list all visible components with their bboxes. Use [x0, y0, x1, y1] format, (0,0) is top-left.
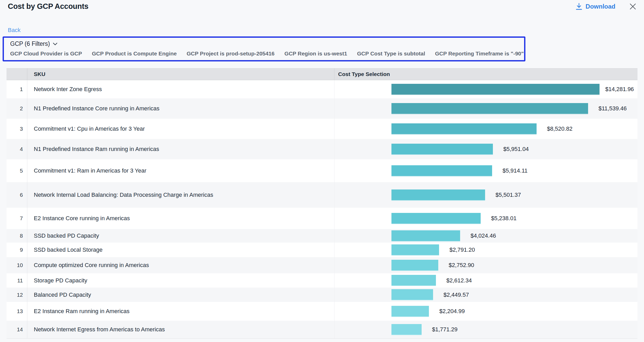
- cost-bar-cell: $5,914.11: [334, 159, 637, 182]
- row-index: 4: [7, 139, 27, 159]
- table-row[interactable]: 1Network Inter Zone Egress$14,281.96: [7, 80, 637, 98]
- filter-chip[interactable]: GCP Cloud Provider is GCP: [10, 50, 82, 57]
- cost-bar[interactable]: [391, 213, 481, 224]
- sku-label: Compute optimized Core running in Americ…: [27, 262, 334, 269]
- cost-bar-cell: $11,539.46: [334, 98, 637, 119]
- row-index: 12: [7, 288, 27, 302]
- column-header-cost-type[interactable]: Cost Type Selection: [334, 68, 637, 80]
- cost-value-label: $2,204.99: [439, 308, 465, 315]
- row-index: 2: [7, 98, 27, 119]
- row-index: 11: [7, 273, 27, 288]
- sku-label: Network Internal Load Balancing: Data Pr…: [27, 192, 334, 198]
- cost-bar[interactable]: [391, 289, 433, 300]
- back-link[interactable]: Back: [8, 27, 21, 34]
- cost-value-label: $5,238.01: [491, 215, 517, 222]
- cost-value-label: $5,914.11: [503, 167, 527, 174]
- cost-bar[interactable]: [391, 144, 493, 155]
- sku-label: Network Internet Egress from Americas to…: [27, 326, 334, 333]
- table-row[interactable]: 11Storage PD Capacity$2,612.34: [7, 273, 637, 288]
- table-row[interactable]: 6Network Internal Load Balancing: Data P…: [7, 182, 637, 208]
- cost-bar-cell: $2,752.90: [334, 257, 637, 273]
- cost-bar[interactable]: [391, 244, 439, 256]
- cost-bar[interactable]: [391, 275, 436, 286]
- table-row[interactable]: 7E2 Instance Core running in Americas$5,…: [7, 208, 637, 229]
- cost-bar-cell: $1,771.29: [334, 321, 637, 338]
- cost-bar[interactable]: [391, 103, 588, 114]
- table-row[interactable]: 3Commitment v1: Cpu in Americas for 3 Ye…: [7, 119, 637, 139]
- filter-chip[interactable]: GCP Project is prod-setup-205416: [186, 50, 274, 57]
- cost-value-label: $5,501.37: [495, 192, 521, 198]
- download-label: Download: [585, 3, 615, 10]
- sku-label: Network Inter Zone Egress: [27, 86, 334, 93]
- cost-bar[interactable]: [391, 165, 492, 176]
- row-index: 9: [7, 243, 27, 257]
- cost-bar-cell: $8,520.82: [334, 119, 637, 139]
- sku-label: E2 Instance Ram running in Americas: [27, 308, 334, 315]
- row-index: 6: [7, 182, 27, 208]
- cost-bar-cell: $5,238.01: [334, 208, 637, 229]
- cost-value-label: $8,520.82: [547, 125, 572, 132]
- row-index: 10: [7, 257, 27, 273]
- chevron-down-icon: [53, 42, 58, 46]
- cost-bar-cell: $14,281.96: [334, 80, 637, 98]
- table-body: 1Network Inter Zone Egress$14,281.962N1 …: [7, 80, 637, 338]
- header-actions: Download: [576, 3, 637, 10]
- table-row[interactable]: 12Balanced PD Capacity$2,449.57: [7, 288, 637, 302]
- cost-bar[interactable]: [391, 123, 537, 135]
- row-index: 3: [7, 119, 27, 139]
- sku-label: SSD backed Local Storage: [27, 246, 334, 253]
- table-row[interactable]: 8SSD backed PD Capacity$4,024.46: [7, 229, 637, 243]
- cost-value-label: $4,024.46: [471, 232, 496, 239]
- cost-bar-cell: $2,449.57: [334, 288, 637, 302]
- sku-label: Storage PD Capacity: [27, 277, 334, 284]
- filter-chip-list: GCP Cloud Provider is GCPGCP Product is …: [10, 50, 518, 57]
- cost-value-label: $14,281.96: [605, 86, 634, 93]
- table-row[interactable]: 9SSD backed Local Storage$2,791.20: [7, 243, 637, 257]
- close-icon: [629, 3, 637, 10]
- download-icon: [576, 3, 582, 10]
- row-index: 8: [7, 229, 27, 243]
- panel-header: Cost by GCP Accounts Download: [0, 0, 644, 11]
- table-header-row: SKU Cost Type Selection: [7, 68, 637, 80]
- filter-group-toggle[interactable]: GCP (6 Filters): [10, 40, 58, 47]
- sku-label: Balanced PD Capacity: [27, 292, 334, 298]
- cost-bar-cell: $2,204.99: [334, 302, 637, 321]
- filter-chip[interactable]: GCP Region is us-west1: [285, 50, 347, 57]
- cost-bar[interactable]: [391, 189, 485, 201]
- cost-bar[interactable]: [391, 306, 429, 317]
- download-button[interactable]: Download: [576, 3, 615, 10]
- sku-label: Commitment v1: Cpu in Americas for 3 Yea…: [27, 125, 334, 132]
- column-header-sku[interactable]: SKU: [27, 71, 334, 77]
- cost-bar[interactable]: [391, 230, 460, 242]
- cost-bar-cell: $2,791.20: [334, 243, 637, 257]
- cost-table: SKU Cost Type Selection 1Network Inter Z…: [7, 68, 637, 339]
- filter-chip[interactable]: GCP Reporting Timeframe is "-90": [435, 50, 524, 57]
- cost-value-label: $2,791.20: [449, 246, 475, 253]
- cost-bar-cell: $5,951.04: [334, 139, 637, 159]
- cost-bar-cell: $5,501.37: [334, 182, 637, 208]
- table-row[interactable]: 5Commitment v1: Ram in Americas for 3 Ye…: [7, 159, 637, 182]
- sku-label: E2 Instance Core running in Americas: [27, 215, 334, 222]
- filter-chip[interactable]: GCP Cost Type is subtotal: [357, 50, 425, 57]
- cost-value-label: $1,771.29: [432, 326, 458, 333]
- cost-bar[interactable]: [391, 84, 600, 95]
- table-row[interactable]: 14Network Internet Egress from Americas …: [7, 321, 637, 338]
- cost-bar-cell: $4,024.46: [334, 229, 637, 243]
- table-row[interactable]: 10Compute optimized Core running in Amer…: [7, 257, 637, 273]
- cost-value-label: $2,752.90: [449, 262, 474, 269]
- cost-bar[interactable]: [391, 324, 422, 335]
- filter-chip[interactable]: GCP Product is Compute Engine: [92, 50, 177, 57]
- table-row[interactable]: 2N1 Predefined Instance Core running in …: [7, 98, 637, 119]
- row-index: 13: [7, 302, 27, 321]
- filter-group-label: GCP (6 Filters): [10, 40, 50, 47]
- table-row[interactable]: 13E2 Instance Ram running in Americas$2,…: [7, 302, 637, 321]
- row-index: 1: [7, 80, 27, 98]
- row-index: 5: [7, 159, 27, 182]
- close-button[interactable]: [629, 3, 637, 10]
- table-row[interactable]: 4N1 Predefined Instance Ram running in A…: [7, 139, 637, 159]
- row-index: 14: [7, 321, 27, 338]
- column-header-index: [7, 68, 27, 80]
- cost-value-label: $11,539.46: [598, 105, 627, 112]
- cost-bar[interactable]: [391, 260, 438, 271]
- row-index: 7: [7, 208, 27, 229]
